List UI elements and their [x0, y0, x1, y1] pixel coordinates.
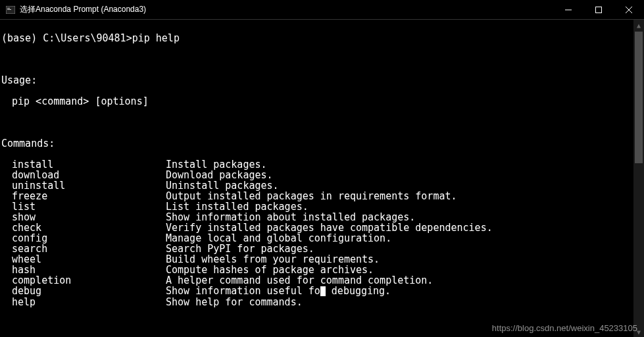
- command-row: freezeOutput installed packages in requi…: [1, 191, 644, 201]
- scroll-thumb[interactable]: [635, 32, 643, 163]
- svg-rect-4: [596, 7, 602, 13]
- command-desc: Compute hashes of package archives.: [166, 265, 374, 275]
- command-desc: Output installed packages in requirement…: [166, 191, 457, 201]
- command-desc: List installed packages.: [166, 201, 309, 212]
- command-desc: Download packages.: [166, 170, 273, 180]
- command-desc: Manage local and global configuration.: [166, 233, 391, 244]
- command-desc: Build wheels from your requirements.: [166, 254, 380, 265]
- commands-header: Commands:: [1, 138, 644, 149]
- command-desc: Search PyPI for packages.: [166, 244, 314, 254]
- maximize-button[interactable]: [583, 0, 614, 20]
- command-name: install: [12, 159, 166, 170]
- prompt-line: (base) C:\Users\90481>pip help: [1, 33, 644, 43]
- command-name: hash: [12, 265, 166, 275]
- command-desc: Verify installed packages have compatibl…: [166, 222, 493, 233]
- command-row: debugShow information useful fo debuggin…: [1, 286, 644, 297]
- command-row: completionA helper command used for comm…: [1, 275, 644, 286]
- command-desc: Uninstall packages.: [166, 180, 279, 191]
- window-controls: [553, 0, 644, 19]
- close-button[interactable]: [614, 0, 644, 20]
- command-row: uninstallUninstall packages.: [1, 180, 644, 191]
- command-name: search: [12, 244, 166, 254]
- command-name: config: [12, 233, 166, 244]
- command-name: help: [12, 297, 166, 307]
- command-row: searchSearch PyPI for packages.: [1, 244, 644, 254]
- command-row: listList installed packages.: [1, 201, 644, 212]
- command-desc: Show information about installed package…: [166, 212, 415, 222]
- scroll-down-icon[interactable]: ▼: [633, 326, 644, 337]
- command-name: show: [12, 212, 166, 222]
- command-name: list: [12, 201, 166, 212]
- command-row: installInstall packages.: [1, 159, 644, 170]
- command-name: wheel: [12, 254, 166, 265]
- window-title: 选择Anaconda Prompt (Anaconda3): [20, 4, 553, 15]
- command-desc: A helper command used for command comple…: [166, 275, 433, 286]
- svg-rect-1: [7, 8, 10, 9]
- svg-rect-2: [7, 9, 11, 10]
- app-icon: [5, 5, 16, 15]
- usage-line: pip <command> [options]: [1, 96, 644, 107]
- command-desc: Show information useful fo debugging.: [166, 286, 391, 297]
- command-row: wheelBuild wheels from your requirements…: [1, 254, 644, 265]
- terminal-content[interactable]: (base) C:\Users\90481>pip help Usage: pi…: [0, 20, 644, 337]
- command-name: download: [12, 170, 166, 180]
- command-desc: Show help for commands.: [166, 297, 303, 307]
- prompt-prefix: (base) C:\Users\90481>: [1, 32, 132, 44]
- command-row: configManage local and global configurat…: [1, 233, 644, 244]
- vertical-scrollbar[interactable]: ▲ ▼: [633, 20, 644, 337]
- command-name: uninstall: [12, 180, 166, 191]
- command-name: debug: [12, 286, 166, 296]
- command-row: helpShow help for commands.: [1, 297, 644, 307]
- minimize-button[interactable]: [553, 0, 583, 20]
- text-cursor: [320, 286, 326, 296]
- window-titlebar: 选择Anaconda Prompt (Anaconda3): [0, 0, 644, 20]
- command-row: checkVerify installed packages have comp…: [1, 222, 644, 233]
- command-row: downloadDownload packages.: [1, 170, 644, 180]
- command-row: hashCompute hashes of package archives.: [1, 265, 644, 275]
- command-desc: Install packages.: [166, 159, 267, 170]
- command-name: completion: [12, 275, 166, 286]
- scroll-up-icon[interactable]: ▲: [633, 20, 644, 30]
- prompt-command: pip help: [132, 32, 180, 44]
- command-name: freeze: [12, 191, 166, 201]
- command-name: check: [12, 222, 166, 233]
- command-row: showShow information about installed pac…: [1, 212, 644, 222]
- usage-header: Usage:: [1, 75, 644, 86]
